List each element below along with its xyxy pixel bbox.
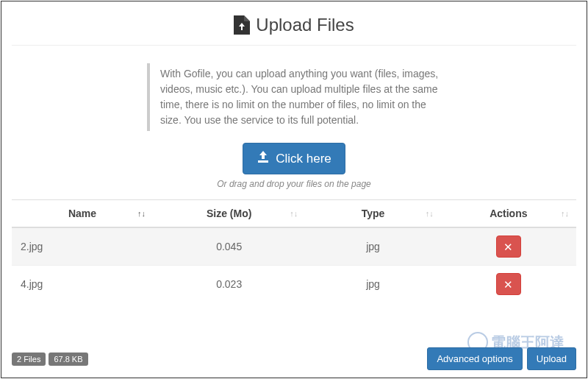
advanced-options-button[interactable]: Advanced options — [427, 347, 522, 370]
sort-icon: ↑↓ — [426, 210, 434, 218]
sort-icon: ↑↓ — [561, 210, 569, 218]
file-count-badge: 2 Files — [12, 353, 46, 366]
remove-button[interactable]: ✕ — [496, 273, 521, 295]
remove-button[interactable]: ✕ — [496, 235, 521, 258]
cell-size: 0.023 — [153, 266, 305, 303]
upload-button[interactable]: Upload — [527, 347, 576, 370]
sort-icon: ↑↓ — [137, 210, 146, 218]
close-icon: ✕ — [503, 241, 513, 253]
cell-name: 4.jpg — [12, 266, 153, 303]
files-table: Name ↑↓ Size (Mo) ↑↓ Type ↑↓ Actions ↑↓ — [12, 199, 576, 302]
upload-file-icon — [234, 15, 250, 35]
table-row: 2.jpg 0.045 jpg ✕ — [12, 227, 576, 266]
col-type[interactable]: Type ↑↓ — [305, 200, 440, 228]
svg-rect-0 — [258, 160, 268, 163]
close-icon: ✕ — [503, 278, 513, 291]
col-size[interactable]: Size (Mo) ↑↓ — [153, 200, 305, 228]
total-size-badge: 67.8 KB — [49, 353, 87, 366]
upload-icon — [257, 151, 270, 166]
page-title-text: Upload Files — [256, 15, 354, 35]
cell-name: 2.jpg — [12, 227, 153, 266]
click-here-button[interactable]: Click here — [243, 143, 345, 174]
col-name[interactable]: Name ↑↓ — [12, 200, 153, 228]
info-text: With Gofile, you can upload anything you… — [147, 63, 441, 131]
col-actions[interactable]: Actions ↑↓ — [441, 200, 576, 228]
table-row: 4.jpg 0.023 jpg ✕ — [12, 266, 576, 303]
drag-hint: Or drag and drop your files on the page — [1, 179, 587, 189]
page-title: Upload Files — [234, 15, 354, 35]
sort-icon: ↑↓ — [290, 210, 298, 218]
cell-type: jpg — [305, 227, 440, 266]
cell-type: jpg — [305, 266, 440, 303]
cell-size: 0.045 — [153, 227, 305, 266]
click-here-label: Click here — [276, 152, 331, 166]
